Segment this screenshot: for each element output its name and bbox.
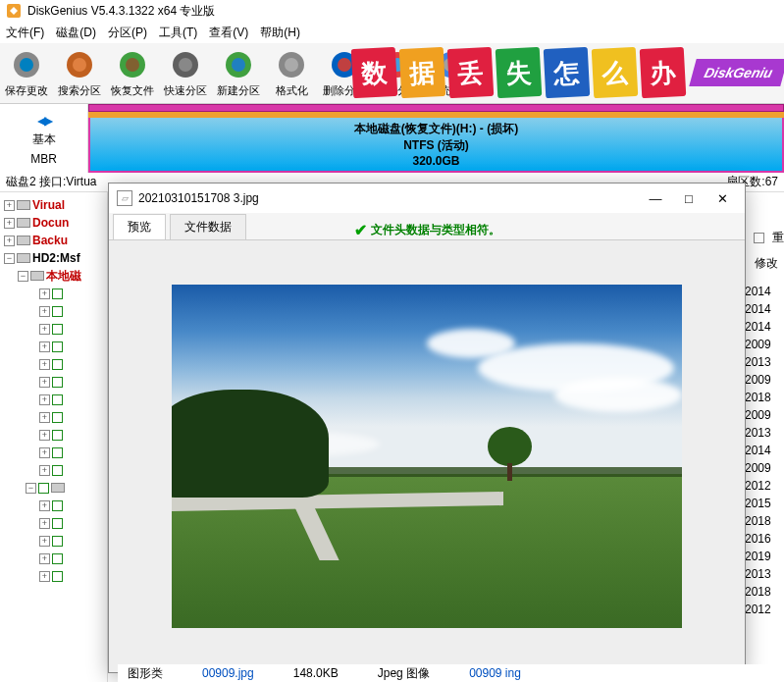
tree-item[interactable]: +Virual (0, 196, 107, 214)
checkbox[interactable] (52, 394, 63, 405)
menu-tools[interactable]: 工具(T) (159, 25, 197, 41)
expand-icon[interactable]: + (39, 324, 50, 335)
tree-folder-item[interactable]: + (0, 302, 107, 320)
close-button[interactable]: ✕ (715, 191, 729, 205)
expand-icon[interactable]: + (39, 465, 50, 476)
collapse-icon[interactable]: − (4, 253, 15, 264)
tab-file-data[interactable]: 文件数据 (170, 214, 246, 239)
tree-folder-item[interactable]: + (0, 320, 107, 338)
disk-size: 320.0GB (412, 154, 459, 168)
file-size: 148.0KB (293, 666, 339, 680)
expand-icon[interactable]: + (39, 377, 50, 388)
tree-folder-item[interactable]: + (0, 408, 107, 426)
tree-item[interactable]: −HD2:Msf (0, 249, 107, 267)
tree-item[interactable]: −本地磁 (0, 267, 107, 285)
checkbox[interactable] (52, 465, 63, 476)
checkbox[interactable] (52, 306, 63, 317)
tool-icon (222, 48, 255, 81)
tree-folder-item[interactable]: + (0, 461, 107, 479)
tree-folder-item[interactable]: + (0, 355, 107, 373)
expand-icon[interactable]: + (39, 341, 50, 352)
checkbox[interactable] (52, 359, 63, 370)
toolbar-button[interactable]: 搜索分区 (53, 44, 106, 103)
promo-card: 数 (350, 47, 397, 98)
expand-icon[interactable]: − (26, 483, 36, 494)
collapse-icon[interactable]: − (18, 271, 28, 282)
file-name[interactable]: 00909 ing (469, 666, 521, 680)
checkbox[interactable] (52, 341, 63, 352)
checkbox[interactable] (52, 500, 63, 511)
disk-section: ◀▶ 基本 MBR 本地磁盘(恢复文件)(H:) - (损坏) NTFS (活动… (0, 104, 784, 173)
minimize-button[interactable]: — (649, 191, 662, 205)
expand-icon[interactable]: + (39, 394, 50, 405)
expand-icon[interactable]: + (4, 218, 15, 229)
expand-icon[interactable]: + (39, 412, 50, 423)
date-cell: 2013 (745, 353, 784, 371)
checkbox[interactable] (52, 553, 63, 564)
expand-icon[interactable]: + (39, 289, 50, 299)
expand-icon[interactable]: + (39, 447, 50, 458)
tree-item[interactable]: +Docun (0, 214, 107, 232)
image-file-icon: ▱ (117, 190, 132, 206)
disk-type-mbr: MBR (30, 152, 57, 166)
toolbar-button[interactable]: 恢复文件 (106, 44, 159, 103)
disk-map[interactable]: 本地磁盘(恢复文件)(H:) - (损坏) NTFS (活动) 320.0GB (88, 104, 784, 173)
checkbox[interactable] (52, 518, 63, 529)
nav-arrows[interactable]: ◀▶ (37, 112, 51, 128)
tree-folder-item[interactable]: + (0, 426, 107, 444)
tree-folder-item[interactable]: + (0, 338, 107, 355)
checkbox[interactable] (52, 571, 63, 582)
expand-icon[interactable]: + (4, 200, 15, 211)
expand-icon[interactable]: + (39, 518, 50, 529)
file-name[interactable]: 00909.jpg (202, 666, 254, 680)
tree-folder-item[interactable]: + (0, 373, 107, 391)
checkbox[interactable] (52, 377, 63, 388)
menu-view[interactable]: 查看(V) (209, 25, 248, 41)
checkbox[interactable] (52, 447, 63, 458)
header-checkbox[interactable] (754, 233, 764, 243)
disk-type-basic: 基本 (32, 131, 56, 148)
date-cell: 2014 (745, 442, 784, 459)
tree-folder-item[interactable]: + (0, 444, 107, 461)
maximize-button[interactable]: □ (682, 191, 696, 205)
toolbar-button[interactable]: 保存更改 (0, 44, 53, 103)
expand-icon[interactable]: + (39, 571, 50, 582)
toolbar-button[interactable]: 快速分区 (159, 44, 212, 103)
toolbar-button[interactable]: 格式化 (265, 44, 318, 103)
menu-disk[interactable]: 磁盘(D) (56, 25, 96, 41)
checkbox[interactable] (52, 289, 63, 299)
expand-icon[interactable]: + (39, 359, 50, 370)
expand-icon[interactable]: + (39, 553, 50, 564)
checkbox[interactable] (52, 430, 63, 441)
expand-icon[interactable]: + (4, 236, 15, 246)
bottom-row: 图形类 00909.jpg 148.0KB Jpeg 图像 00909 ing (118, 664, 784, 682)
menu-file[interactable]: 文件(F) (6, 25, 44, 41)
tree-folder-item[interactable]: − (0, 479, 107, 497)
tree-folder-item[interactable]: + (0, 567, 107, 585)
tree-folder-item[interactable]: + (0, 285, 107, 302)
expand-icon[interactable]: + (39, 500, 50, 511)
checkbox[interactable] (52, 324, 63, 335)
tree-folder-item[interactable]: + (0, 497, 107, 514)
promo-card: 失 (495, 47, 542, 98)
tree-item[interactable]: +Backu (0, 232, 107, 249)
expand-icon[interactable]: + (39, 306, 50, 317)
tree-folder-item[interactable]: + (0, 514, 107, 532)
date-cell: 2009 (745, 406, 784, 424)
menu-help[interactable]: 帮助(H) (260, 25, 300, 41)
preview-titlebar[interactable]: ▱ 20210310151708 3.jpg — □ ✕ (109, 184, 745, 213)
expand-icon[interactable]: + (39, 430, 50, 441)
date-cell: 2014 (745, 300, 784, 318)
tree-folder-item[interactable]: + (0, 550, 107, 567)
tree-folder-item[interactable]: + (0, 391, 107, 408)
checkbox[interactable] (52, 412, 63, 423)
checkbox[interactable] (38, 483, 49, 494)
expand-icon[interactable]: + (39, 536, 50, 547)
date-cell: 2009 (745, 459, 784, 477)
menu-partition[interactable]: 分区(P) (108, 25, 147, 41)
checkbox[interactable] (52, 536, 63, 547)
toolbar-button[interactable]: 新建分区 (212, 44, 265, 103)
tree-folder-item[interactable]: + (0, 532, 107, 550)
tab-preview[interactable]: 预览 (113, 214, 166, 239)
tree-panel: +Virual +Docun +Backu −HD2:Msf −本地磁 ++++… (0, 192, 108, 682)
